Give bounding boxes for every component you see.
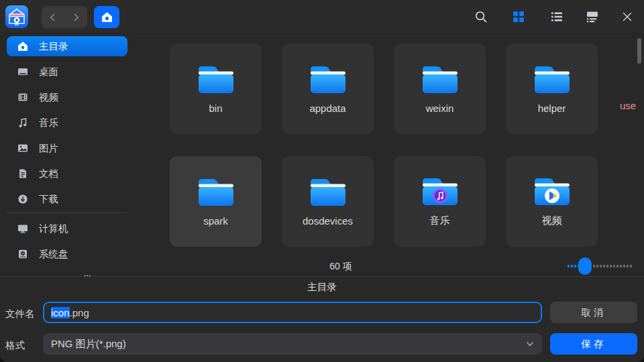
slider-track-empty [593, 265, 632, 267]
back-button[interactable] [42, 6, 64, 28]
file-save-dialog-window: 主目录 桌面 视频 音乐 图片 [0, 0, 644, 362]
format-dropdown[interactable]: PNG 图片(*.png) [43, 333, 542, 355]
sidebar-item-label: 文档 [39, 168, 58, 180]
sidebar-item-computer[interactable]: 计算机 [7, 219, 127, 239]
sidebar-divider [7, 213, 127, 213]
folder-tile[interactable]: weixin [394, 44, 486, 134]
forward-button[interactable] [64, 6, 87, 28]
sidebar-item-home[interactable]: 主目录 [7, 36, 127, 56]
sidebar-item-label: 计算机 [39, 223, 68, 235]
folder-icon [197, 64, 235, 96]
save-form-panel: 主目录 文件名 icon.png 取消 格式 PNG 图片(*.png) 保存 [0, 276, 644, 362]
system-disk-icon [17, 249, 28, 259]
search-icon[interactable] [474, 10, 488, 23]
folder-tile-music[interactable]: 音乐 [394, 156, 486, 247]
current-location-label: 主目录 [0, 281, 644, 294]
sidebar-item-label: 桌面 [39, 66, 58, 78]
close-icon[interactable] [621, 10, 634, 23]
sidebar-item-pictures[interactable]: 图片 [7, 138, 127, 158]
grid-view-icon[interactable] [512, 10, 525, 23]
filename-extension-text: .png [70, 307, 89, 318]
folder-name: appdata [309, 103, 345, 114]
icon-size-slider[interactable] [568, 257, 632, 275]
folder-icon [533, 64, 572, 96]
sidebar: 主目录 桌面 视频 音乐 图片 [0, 34, 154, 276]
slider-thumb[interactable] [578, 257, 592, 275]
folder-tile[interactable]: appdata [282, 44, 374, 134]
folder-icon [309, 176, 347, 208]
music-icon [17, 117, 28, 128]
sidebar-item-volume[interactable]: 157.9 GB 卷 [7, 269, 127, 276]
sidebar-item-desktop[interactable]: 桌面 [7, 62, 127, 82]
item-count: 60 项 [287, 261, 394, 273]
folder-tile[interactable]: dosdevices [282, 156, 374, 247]
sidebar-item-label: 主目录 [39, 40, 68, 53]
format-label: 格式 [5, 339, 25, 352]
sidebar-item-label: 视频 [39, 91, 58, 104]
folder-name: 视频 [542, 215, 562, 227]
breadcrumb-home-button[interactable] [94, 6, 119, 28]
folder-icon [421, 64, 460, 96]
chevron-down-icon [525, 339, 535, 351]
detail-view-icon[interactable] [586, 10, 599, 23]
downloads-icon [17, 194, 28, 204]
format-value: PNG 图片(*.png) [51, 338, 126, 351]
folder-icon [197, 176, 235, 208]
video-folder-icon [533, 176, 572, 208]
vertical-scrollbar[interactable] [637, 38, 641, 64]
file-manager-app-icon [5, 5, 28, 28]
folder-name: bin [209, 103, 222, 114]
titlebar [0, 0, 644, 34]
folder-name: dosdevices [303, 215, 353, 227]
desktop-icon [17, 66, 28, 77]
computer-icon [17, 223, 28, 234]
filename-selected-text: icon [51, 307, 70, 318]
filename-label: 文件名 [5, 308, 35, 320]
sidebar-item-documents[interactable]: 文档 [7, 164, 127, 184]
filename-input[interactable]: icon.png [43, 302, 542, 323]
folder-tile-videos[interactable]: 视频 [506, 156, 598, 247]
sidebar-item-label: 下载 [39, 193, 58, 206]
navigation-group [42, 6, 87, 28]
pictures-icon [17, 143, 28, 154]
sidebar-item-music[interactable]: 音乐 [7, 113, 127, 133]
folder-icon [309, 64, 347, 96]
folder-name: 音乐 [430, 215, 450, 227]
save-button[interactable]: 保存 [550, 333, 637, 355]
video-icon [17, 92, 28, 103]
sidebar-item-label: 图片 [39, 142, 58, 155]
sidebar-item-videos[interactable]: 视频 [7, 87, 127, 107]
folder-name: helper [538, 103, 566, 114]
music-folder-icon [421, 176, 460, 208]
home-icon [101, 11, 113, 23]
list-view-icon[interactable] [550, 10, 564, 23]
clipped-folder-name: use [620, 100, 636, 111]
documents-icon [17, 168, 28, 179]
sidebar-item-label: 音乐 [39, 117, 58, 129]
folder-name: weixin [426, 103, 454, 114]
sidebar-item-label: 系统盘 [39, 248, 68, 261]
folder-tile[interactable]: bin [170, 44, 262, 134]
sidebar-item-downloads[interactable]: 下载 [7, 189, 127, 209]
folder-name: spark [203, 215, 228, 227]
sidebar-item-system-disk[interactable]: 系统盘 [7, 244, 127, 264]
home-icon [17, 41, 28, 52]
folder-tile[interactable]: spark [170, 156, 262, 247]
folder-tile[interactable]: helper [506, 44, 598, 134]
cancel-button[interactable]: 取消 [550, 302, 637, 323]
